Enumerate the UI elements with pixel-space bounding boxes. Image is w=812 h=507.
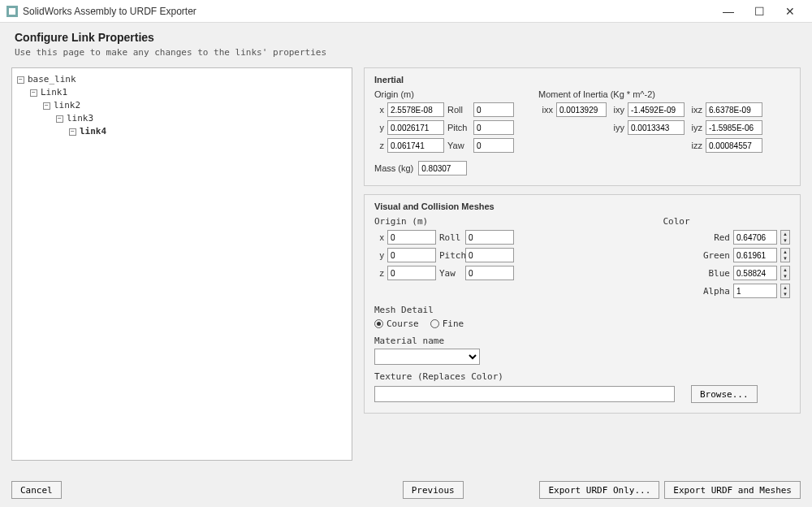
inertial-z-input[interactable] bbox=[387, 138, 444, 153]
radio-selected-icon bbox=[374, 319, 383, 328]
visual-roll-input[interactable] bbox=[465, 230, 514, 245]
ixx-label: ixx bbox=[538, 105, 553, 115]
previous-button[interactable]: Previous bbox=[403, 481, 464, 499]
inertial-group: Inertial Origin (m) x Roll y Pitch bbox=[364, 67, 801, 186]
blue-input[interactable] bbox=[733, 266, 777, 280]
moment-label: Moment of Inertia (Kg * m^-2) bbox=[538, 89, 790, 99]
tree-node-Link1[interactable]: −Link1 bbox=[17, 86, 347, 99]
visual-y-input[interactable] bbox=[387, 248, 436, 262]
visual-yaw-label: Yaw bbox=[439, 268, 462, 279]
texture-label: Texture (Replaces Color) bbox=[374, 371, 790, 382]
window-title: SolidWorks Assembly to URDF Exporter bbox=[23, 6, 713, 17]
material-select[interactable] bbox=[374, 349, 480, 365]
visual-y-label: y bbox=[374, 250, 384, 260]
tree-node-label: link2 bbox=[54, 99, 80, 112]
maximize-button[interactable]: ☐ bbox=[744, 2, 775, 21]
mesh-course-radio[interactable]: Course bbox=[374, 318, 419, 329]
alpha-spinner[interactable]: ▲▼ bbox=[780, 284, 790, 298]
green-input[interactable] bbox=[733, 248, 777, 262]
inertial-origin-label: Origin (m) bbox=[374, 89, 514, 99]
visual-yaw-input[interactable] bbox=[465, 266, 514, 280]
inertial-roll-label: Roll bbox=[447, 105, 470, 115]
alpha-label: Alpha bbox=[701, 286, 730, 297]
alpha-input[interactable] bbox=[733, 284, 777, 298]
inertial-x-input[interactable] bbox=[387, 102, 444, 117]
iyy-label: iyy bbox=[610, 123, 624, 132]
inertial-yaw-label: Yaw bbox=[447, 141, 470, 150]
minus-icon[interactable]: − bbox=[30, 89, 37, 97]
blue-label: Blue bbox=[701, 268, 730, 279]
green-spinner[interactable]: ▲▼ bbox=[780, 248, 790, 262]
tree-node-link2[interactable]: −link2 bbox=[17, 99, 347, 112]
radio-unselected-icon bbox=[430, 319, 439, 328]
tree-node-label: Link1 bbox=[41, 86, 67, 99]
browse-button[interactable]: Browse... bbox=[691, 385, 758, 403]
inertial-z-label: z bbox=[374, 141, 384, 150]
izz-label: izz bbox=[688, 141, 702, 150]
app-icon bbox=[6, 6, 18, 17]
visual-x-input[interactable] bbox=[387, 230, 436, 245]
material-label: Material name bbox=[374, 336, 790, 346]
ixz-input[interactable] bbox=[706, 102, 762, 117]
tree-node-link3[interactable]: −link3 bbox=[17, 112, 347, 125]
page-subtitle: Use this page to make any changes to the… bbox=[15, 47, 797, 58]
minimize-button[interactable]: — bbox=[713, 2, 744, 21]
red-input[interactable] bbox=[733, 230, 777, 245]
tree-node-label: link4 bbox=[80, 125, 106, 138]
export-urdf-meshes-button[interactable]: Export URDF and Meshes bbox=[664, 481, 801, 499]
minus-icon[interactable]: − bbox=[17, 76, 24, 84]
titlebar: SolidWorks Assembly to URDF Exporter — ☐… bbox=[0, 0, 812, 23]
minus-icon[interactable]: − bbox=[56, 115, 63, 123]
svg-rect-1 bbox=[9, 8, 15, 15]
iyy-input[interactable] bbox=[628, 120, 685, 135]
green-label: Green bbox=[701, 250, 730, 261]
page-header: Configure Link Properties Use this page … bbox=[0, 23, 812, 63]
mesh-fine-radio[interactable]: Fine bbox=[430, 318, 464, 329]
minus-icon[interactable]: − bbox=[69, 128, 76, 136]
iyz-label: iyz bbox=[688, 123, 702, 132]
mass-label: Mass (kg) bbox=[374, 163, 413, 173]
izz-input[interactable] bbox=[706, 138, 762, 153]
link-tree[interactable]: −base_link−Link1−link2−link3−link4 bbox=[11, 67, 352, 461]
visual-pitch-input[interactable] bbox=[465, 248, 514, 262]
ixy-input[interactable] bbox=[628, 102, 685, 117]
visual-origin-label: Origin (m) bbox=[374, 216, 514, 227]
visual-title: Visual and Collision Meshes bbox=[374, 202, 790, 211]
color-label: Color bbox=[563, 216, 790, 227]
footer: Cancel Previous Export URDF Only... Expo… bbox=[11, 481, 801, 499]
tree-node-link4[interactable]: −link4 bbox=[17, 125, 347, 138]
ixz-label: ixz bbox=[688, 105, 702, 115]
tree-node-base_link[interactable]: −base_link bbox=[17, 73, 347, 86]
inertial-roll-input[interactable] bbox=[473, 102, 514, 117]
mesh-detail-label: Mesh Detail bbox=[374, 305, 790, 315]
iyz-input[interactable] bbox=[706, 120, 762, 135]
visual-x-label: x bbox=[374, 232, 384, 242]
visual-z-label: z bbox=[374, 268, 384, 278]
texture-input[interactable] bbox=[374, 386, 675, 402]
red-spinner[interactable]: ▲▼ bbox=[780, 230, 790, 245]
inertial-yaw-input[interactable] bbox=[473, 138, 514, 153]
inertial-x-label: x bbox=[374, 105, 384, 115]
visual-roll-label: Roll bbox=[439, 232, 462, 243]
ixy-label: ixy bbox=[610, 105, 624, 115]
blue-spinner[interactable]: ▲▼ bbox=[780, 266, 790, 280]
visual-pitch-label: Pitch bbox=[439, 250, 462, 261]
inertial-y-label: y bbox=[374, 123, 384, 132]
export-urdf-button[interactable]: Export URDF Only... bbox=[539, 481, 659, 499]
visual-group: Visual and Collision Meshes Origin (m) x… bbox=[364, 194, 801, 414]
page-title: Configure Link Properties bbox=[15, 31, 797, 44]
inertial-pitch-input[interactable] bbox=[473, 120, 514, 135]
inertial-pitch-label: Pitch bbox=[447, 123, 470, 132]
visual-z-input[interactable] bbox=[387, 266, 436, 280]
cancel-button[interactable]: Cancel bbox=[11, 481, 62, 499]
tree-node-label: link3 bbox=[67, 112, 93, 125]
inertial-y-input[interactable] bbox=[387, 120, 444, 135]
mass-input[interactable] bbox=[418, 161, 467, 176]
tree-node-label: base_link bbox=[28, 73, 76, 86]
red-label: Red bbox=[701, 232, 730, 243]
inertial-title: Inertial bbox=[374, 75, 790, 84]
close-button[interactable]: ✕ bbox=[775, 2, 806, 21]
minus-icon[interactable]: − bbox=[43, 102, 50, 110]
ixx-input[interactable] bbox=[556, 102, 607, 117]
